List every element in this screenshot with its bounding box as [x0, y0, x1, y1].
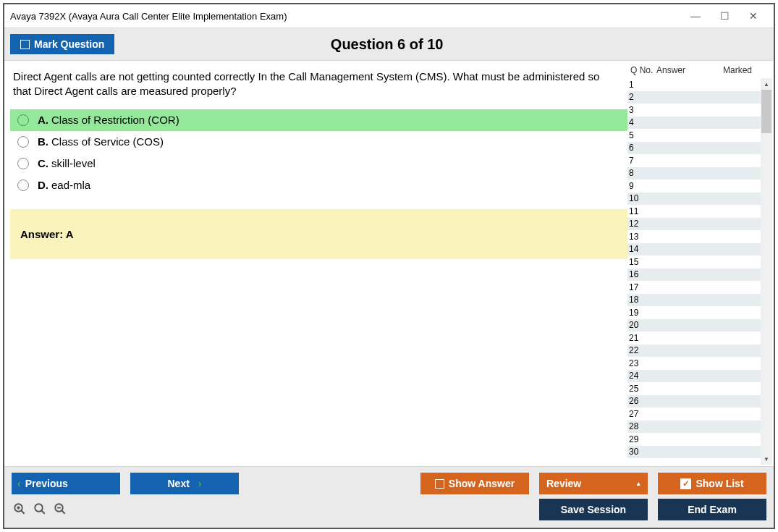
show-answer-button[interactable]: Show Answer [420, 473, 529, 494]
qlist-row[interactable]: 25 [627, 382, 761, 395]
next-button[interactable]: Next › [130, 473, 239, 494]
question-list-panel: Q No. Answer Marked 12345678910111213141… [627, 62, 772, 465]
qlist-row[interactable]: 23 [627, 357, 761, 370]
qlist-qno: 12 [629, 219, 656, 229]
zoom-reset-icon[interactable] [12, 501, 28, 517]
qlist-row[interactable]: 13 [627, 230, 761, 243]
zoom-out-icon[interactable] [52, 501, 68, 517]
qlist-row[interactable]: 17 [627, 281, 761, 294]
minimize-icon[interactable]: — [681, 8, 710, 24]
end-exam-label: End Exam [688, 504, 737, 515]
answer-label: Answer: A [20, 228, 74, 240]
option-a[interactable]: A. Class of Restriction (COR) [10, 109, 627, 131]
qlist-row[interactable]: 18 [627, 294, 761, 307]
qlist-row[interactable]: 24 [627, 370, 761, 383]
option-b[interactable]: B. Class of Service (COS) [10, 131, 627, 153]
qlist-qno: 22 [629, 345, 656, 355]
radio-icon[interactable] [17, 158, 29, 169]
qlist-row[interactable]: 26 [627, 395, 761, 408]
option-d[interactable]: D. ead-mla [10, 174, 627, 196]
show-list-button[interactable]: ✓ Show List [658, 473, 766, 494]
qlist-row[interactable]: 5 [627, 129, 761, 142]
qlist-qno: 1 [629, 80, 656, 90]
previous-label: Previous [25, 478, 68, 489]
review-button[interactable]: Review ▴ [539, 473, 648, 494]
qlist-row[interactable]: 28 [627, 421, 761, 434]
qlist-qno: 24 [629, 371, 656, 381]
qlist-header-answer: Answer [656, 65, 704, 75]
qlist-row[interactable]: 19 [627, 306, 761, 319]
qlist-header-marked: Marked [704, 65, 771, 75]
qlist-row[interactable]: 14 [627, 243, 761, 256]
qlist-row[interactable]: 16 [627, 269, 761, 282]
option-text: Class of Service (COS) [51, 135, 164, 148]
qlist-row[interactable]: 22 [627, 345, 761, 358]
qlist-row[interactable]: 27 [627, 408, 761, 421]
scroll-up-icon[interactable]: ▲ [761, 78, 772, 90]
qlist-qno: 29 [629, 434, 656, 444]
qlist-rows[interactable]: 1234567891011121314151617181920212223242… [627, 78, 761, 465]
qlist-qno: 4 [629, 117, 656, 127]
top-toolbar: Mark Question Question 6 of 10 [4, 28, 774, 61]
qlist-row[interactable]: 29 [627, 433, 761, 446]
window-title: Avaya 7392X (Avaya Aura Call Center Elit… [10, 11, 287, 22]
review-label: Review [546, 478, 581, 489]
qlist-qno: 5 [629, 130, 656, 140]
qlist-row[interactable]: 10 [627, 193, 761, 206]
scroll-thumb[interactable] [761, 90, 771, 133]
qlist-qno: 2 [629, 92, 656, 102]
radio-icon[interactable] [17, 180, 29, 191]
save-session-label: Save Session [561, 504, 626, 515]
question-counter: Question 6 of 10 [114, 36, 659, 53]
qlist-body: 1234567891011121314151617181920212223242… [627, 78, 772, 465]
qlist-header: Q No. Answer Marked [627, 62, 772, 78]
option-c[interactable]: C. skill-level [10, 153, 627, 174]
qlist-row[interactable]: 30 [627, 446, 761, 459]
footer-row-2: Save Session End Exam [12, 499, 766, 520]
qlist-row[interactable]: 11 [627, 205, 761, 218]
scrollbar[interactable]: ▲ ▼ [761, 78, 772, 465]
qlist-row[interactable]: 7 [627, 154, 761, 167]
qlist-header-qno: Q No. [629, 65, 656, 75]
answer-box: Answer: A [10, 209, 627, 259]
scroll-down-icon[interactable]: ▼ [761, 453, 772, 465]
qlist-row[interactable]: 20 [627, 319, 761, 332]
qlist-row[interactable]: 3 [627, 104, 761, 117]
option-letter: C. [38, 157, 48, 169]
option-letter: A. [38, 114, 48, 126]
radio-icon[interactable] [17, 114, 29, 126]
zoom-controls [12, 499, 68, 520]
qlist-row[interactable]: 9 [627, 180, 761, 193]
qlist-qno: 18 [629, 295, 656, 305]
qlist-qno: 19 [629, 308, 656, 318]
qlist-qno: 7 [629, 156, 656, 166]
qlist-qno: 28 [629, 421, 656, 431]
qlist-row[interactable]: 2 [627, 91, 761, 104]
main-area: Direct Agent calls are not getting count… [4, 61, 774, 466]
qlist-row[interactable]: 8 [627, 167, 761, 180]
qlist-row[interactable]: 4 [627, 117, 761, 130]
qlist-row[interactable]: 15 [627, 256, 761, 269]
qlist-qno: 9 [629, 181, 656, 191]
qlist-qno: 21 [629, 333, 656, 343]
zoom-in-icon[interactable] [32, 501, 48, 517]
chevron-right-icon: › [198, 478, 202, 489]
mark-question-button[interactable]: Mark Question [10, 34, 114, 54]
qlist-row[interactable]: 6 [627, 142, 761, 155]
qlist-qno: 3 [629, 105, 656, 115]
option-letter: D. [38, 179, 48, 191]
qlist-qno: 13 [629, 232, 656, 242]
end-exam-button[interactable]: End Exam [658, 499, 766, 520]
radio-icon[interactable] [17, 136, 29, 148]
previous-button[interactable]: ‹ Previous [12, 473, 120, 494]
option-letter: B. [38, 135, 48, 148]
qlist-row[interactable]: 12 [627, 218, 761, 231]
save-session-button[interactable]: Save Session [539, 499, 648, 520]
qlist-qno: 14 [629, 244, 656, 254]
qlist-row[interactable]: 21 [627, 332, 761, 345]
qlist-qno: 27 [629, 409, 656, 419]
maximize-icon[interactable]: ☐ [710, 8, 739, 24]
qlist-row[interactable]: 1 [627, 78, 761, 91]
chevron-left-icon: ‹ [17, 478, 21, 489]
close-icon[interactable]: ✕ [739, 8, 768, 24]
